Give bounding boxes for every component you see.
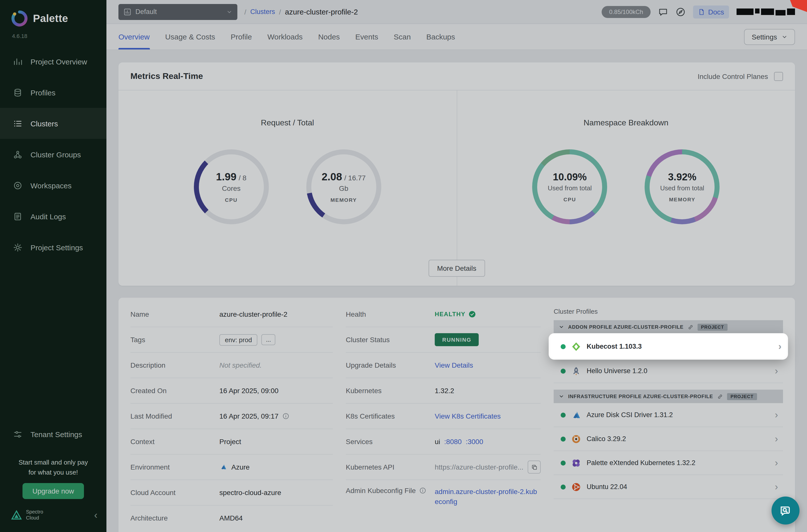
tab-nodes[interactable]: Nodes: [318, 24, 340, 50]
chevron-right-icon: ›: [775, 482, 778, 492]
sidebar-item-project-overview[interactable]: Project Overview: [0, 46, 107, 77]
profile-item-ubuntu[interactable]: Ubuntu 22.04 ›: [553, 475, 783, 499]
tab-scan[interactable]: Scan: [394, 24, 411, 50]
admin-kubeconfig-row: Admin Kubeconfig File admin.azure-cluste…: [346, 480, 541, 512]
nav-label: Project Settings: [31, 243, 83, 251]
namespace-breakdown-panel: Namespace Breakdown 10.09% Used from tot…: [457, 90, 795, 286]
azure-icon: [219, 463, 227, 471]
view-k8s-certificates-link[interactable]: View K8s Certificates: [435, 412, 501, 420]
kubernetes-row: Kubernetes 1.32.2: [346, 378, 541, 404]
namespace-cpu-caption: Used from total: [548, 184, 592, 192]
main-content: Metrics Real-Time Include Control Planes…: [107, 50, 807, 532]
sidebar-item-workspaces[interactable]: Workspaces: [0, 170, 107, 201]
link-icon: [688, 324, 694, 330]
profile-item-calico[interactable]: Calico 3.29.2 ›: [553, 427, 783, 451]
profile-item-palette-extended-kubernetes[interactable]: Palette eXtended Kubernetes 1.32.2 ›: [553, 451, 783, 475]
architecture-value: AMD64: [219, 514, 243, 522]
admin-kubeconfig-link[interactable]: admin.azure-cluster-profile-2.kubeconfig: [435, 487, 537, 507]
sidebar-item-tenant-settings[interactable]: Tenant Settings: [0, 419, 107, 450]
chat-icon[interactable]: [658, 7, 668, 17]
redacted-user-info: [736, 8, 795, 15]
service-name: ui: [435, 438, 440, 445]
last-modified-row: Last Modified 16 Apr 2025, 09:17: [130, 404, 333, 429]
sidebar-item-project-settings[interactable]: Project Settings: [0, 232, 107, 263]
settings-button[interactable]: Settings: [744, 29, 795, 45]
metrics-body: Request / Total 1.99 / 8 Cores CPU 2.08 …: [118, 90, 795, 286]
docs-button[interactable]: Docs: [693, 5, 729, 18]
version-label: 4.6.18: [0, 29, 107, 46]
profile-item-hello-universe[interactable]: Hello Universe 1.2.0 ›: [553, 359, 783, 383]
brand-name: Palette: [33, 13, 68, 24]
help-chat-fab[interactable]: [771, 496, 800, 525]
sidebar-item-cluster-groups[interactable]: Cluster Groups: [0, 139, 107, 170]
tab-overview[interactable]: Overview: [118, 24, 150, 50]
breadcrumb-separator: /: [279, 8, 281, 16]
compass-icon[interactable]: [676, 7, 686, 17]
info-icon[interactable]: [419, 487, 426, 494]
service-port-8080-link[interactable]: :8080: [444, 438, 462, 445]
docs-label: Docs: [708, 8, 724, 16]
profile-item-name: Ubuntu 22.04: [587, 483, 627, 491]
name-value: azure-cluster-profile-2: [219, 310, 287, 318]
created-on-label: Created On: [130, 387, 219, 395]
sidebar-item-audit-logs[interactable]: Audit Logs: [0, 201, 107, 232]
service-port-3000-link[interactable]: :3000: [466, 438, 483, 445]
cluster-tabbar: Overview Usage & Costs Profile Workloads…: [107, 24, 807, 50]
upgrade-details-label: Upgrade Details: [346, 361, 435, 369]
project-selector-value: Default: [135, 8, 157, 16]
tab-backups[interactable]: Backups: [426, 24, 455, 50]
view-details-link[interactable]: View Details: [435, 361, 473, 369]
chevron-right-icon: ›: [775, 410, 778, 420]
project-selector[interactable]: Default: [118, 4, 237, 20]
addon-profile-section: ADDON PROFILE AZURE-CLUSTER-PROFILE PROJ…: [553, 320, 783, 383]
usage-credits-pill: 0.85/100kCh: [602, 6, 651, 18]
description-value: Not specified.: [219, 361, 262, 369]
cluster-status-row: Cluster Status RUNNING: [346, 327, 541, 353]
memory-gauge-total: / 16.77: [344, 174, 366, 182]
kubernetes-api-label: Kubernetes API: [346, 463, 435, 471]
sidebar-item-clusters[interactable]: Clusters: [0, 108, 107, 139]
memory-gauge-value: 2.08: [322, 171, 342, 182]
health-label: Health: [346, 310, 435, 318]
profile-item-kubecost[interactable]: Kubecost 1.103.3 ›: [550, 335, 787, 358]
copy-icon[interactable]: [528, 460, 541, 474]
cpu-gauge-label: CPU: [216, 197, 247, 203]
gear-icon: [13, 243, 22, 252]
info-icon[interactable]: [283, 413, 289, 420]
addon-profile-header[interactable]: ADDON PROFILE AZURE-CLUSTER-PROFILE PROJ…: [553, 320, 783, 334]
status-dot: [561, 484, 566, 489]
tag-overflow-chip[interactable]: ...: [261, 334, 275, 345]
more-details-button[interactable]: More Details: [429, 260, 485, 277]
infrastructure-profile-header[interactable]: INFRASTRUCTURE PROFILE AZURE-CLUSTER-PRO…: [553, 390, 783, 403]
profile-item-name: Calico 3.29.2: [587, 435, 626, 442]
section-title: ADDON PROFILE AZURE-CLUSTER-PROFILE: [568, 324, 683, 330]
promo-text: Start small and only pay for what you us…: [7, 458, 99, 477]
namespace-cpu-donut: 10.09% Used from total CPU: [532, 149, 607, 224]
upgrade-now-button[interactable]: Upgrade now: [22, 483, 84, 499]
profile-item-azure-disk-csi[interactable]: Azure Disk CSI Driver 1.31.2 ›: [553, 403, 783, 427]
tab-profile[interactable]: Profile: [231, 24, 252, 50]
tab-usage-costs[interactable]: Usage & Costs: [165, 24, 215, 50]
link-icon: [717, 393, 723, 399]
brand-row: Palette: [0, 0, 107, 29]
nav-label: Profiles: [31, 88, 55, 97]
cluster-status-label: Cluster Status: [346, 336, 435, 344]
memory-gauge-unit: Gb: [322, 184, 365, 192]
nav-label: Project Overview: [31, 57, 87, 66]
sidebar-collapse-chevron-icon[interactable]: ‹: [94, 510, 97, 520]
breadcrumb-clusters-link[interactable]: Clusters: [250, 8, 275, 16]
cloud-account-label: Cloud Account: [130, 489, 219, 496]
sidebar-item-profiles[interactable]: Profiles: [0, 77, 107, 108]
palette-logo-icon: [11, 10, 28, 27]
profile-item-name: Hello Universe 1.2.0: [587, 367, 648, 375]
tag-chip[interactable]: env: prod: [219, 334, 257, 345]
screenshot-viewport: Palette 4.6.18 Project Overview Profiles: [0, 0, 807, 532]
metrics-title: Metrics Real-Time: [130, 71, 203, 81]
tab-workloads[interactable]: Workloads: [267, 24, 303, 50]
namespace-breakdown-title: Namespace Breakdown: [584, 118, 669, 127]
project-scope-badge: PROJECT: [727, 393, 757, 400]
health-status-badge: HEALTHY: [435, 311, 466, 318]
tab-events[interactable]: Events: [355, 24, 378, 50]
architecture-label: Architecture: [130, 514, 219, 522]
include-control-planes-checkbox[interactable]: [774, 72, 783, 81]
